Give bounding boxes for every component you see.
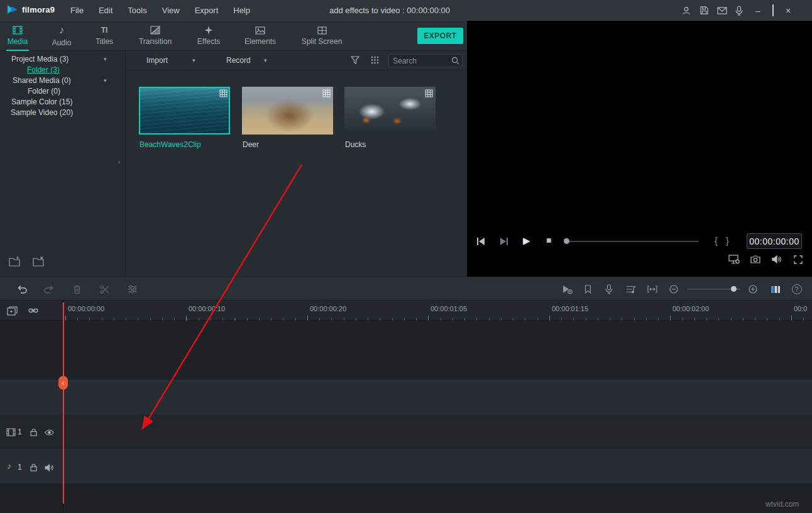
step-forward-icon[interactable]	[499, 237, 509, 246]
search-icon[interactable]	[451, 57, 459, 65]
add-to-track-icon[interactable]	[7, 306, 18, 316]
undo-icon[interactable]	[16, 277, 28, 301]
mute-speaker-icon[interactable]	[45, 464, 54, 472]
menu-view[interactable]: View	[162, 6, 180, 15]
link-clips-icon[interactable]	[28, 307, 38, 314]
media-tree-sidebar: Project Media (3) ▾ Folder (3) Shared Me…	[0, 51, 126, 277]
tab-transition[interactable]: Transition	[131, 21, 180, 51]
seek-slider[interactable]	[564, 241, 699, 242]
mark-in-icon[interactable]: {	[715, 236, 718, 246]
zoom-out-icon[interactable]	[669, 277, 678, 301]
delete-icon[interactable]	[72, 277, 81, 301]
preview-panel: ▶ ■ { } 00:00:00:00	[467, 21, 812, 277]
tab-split-screen[interactable]: Split Screen	[294, 21, 349, 51]
timeline-empty-bottom[interactable]	[0, 483, 812, 513]
menu-export[interactable]: Export	[195, 6, 219, 15]
media-thumbnail[interactable]	[242, 87, 333, 135]
snapshot-camera-icon[interactable]	[750, 255, 760, 263]
display-settings-icon[interactable]	[728, 255, 740, 264]
eye-icon[interactable]	[45, 429, 54, 436]
play-icon[interactable]: ▶	[523, 235, 530, 246]
chevron-down-icon[interactable]: ▾	[104, 54, 107, 65]
menu-help[interactable]: Help	[233, 6, 250, 15]
step-backward-icon[interactable]	[476, 237, 486, 246]
timeline-ruler[interactable]: 00:00:00:00 00:00:00:10 00:00:00:20 00:0…	[0, 301, 812, 321]
menu-tools[interactable]: Tools	[128, 6, 146, 15]
maximize-button[interactable]	[772, 5, 774, 16]
record-dropdown[interactable]: Record	[226, 51, 251, 70]
voiceover-mic-icon[interactable]	[605, 277, 613, 301]
tab-media[interactable]: Media	[4, 21, 31, 51]
close-button[interactable]: ×	[783, 6, 793, 16]
chevron-down-icon[interactable]: ▾	[264, 51, 267, 70]
chevron-down-icon[interactable]: ▾	[104, 75, 107, 86]
audio-track-row[interactable]	[0, 449, 812, 483]
lock-icon[interactable]	[30, 463, 37, 472]
mail-feedback-icon[interactable]	[717, 7, 727, 14]
frame-badge-icon	[322, 89, 331, 97]
track-manager-icon[interactable]	[770, 277, 781, 301]
zoom-slider-knob[interactable]	[731, 286, 737, 292]
search-box	[388, 54, 463, 67]
redo-icon[interactable]	[43, 277, 54, 301]
grid-view-icon[interactable]	[371, 56, 379, 64]
sidebar-item-project-media[interactable]: Project Media (3)	[11, 54, 69, 65]
ruler-label: 00:00:02:00	[672, 305, 709, 312]
media-thumbnail[interactable]	[344, 87, 436, 135]
lock-icon[interactable]	[30, 428, 37, 436]
tab-elements[interactable]: Elements	[239, 21, 282, 51]
render-preview-icon[interactable]	[561, 277, 573, 301]
add-folder-icon[interactable]	[9, 256, 21, 267]
audio-mixer-icon[interactable]	[625, 277, 636, 301]
minimize-button[interactable]: –	[753, 6, 763, 16]
menu-file[interactable]: File	[70, 6, 84, 15]
filmora-logo-icon	[6, 4, 19, 15]
timeline-empty-area[interactable]	[0, 321, 812, 380]
chevron-down-icon[interactable]: ▾	[192, 51, 195, 70]
collapse-panel-icon[interactable]: ‹	[118, 158, 121, 165]
filter-icon[interactable]	[351, 56, 359, 64]
sidebar-item-sample-video[interactable]: Sample Video (20)	[11, 108, 73, 118]
seek-slider-knob[interactable]	[564, 238, 569, 244]
import-dropdown[interactable]: Import	[146, 51, 168, 70]
ruler-label: 00:00:01:15	[552, 305, 588, 312]
fullscreen-icon[interactable]	[794, 255, 803, 264]
maximize-icon	[772, 4, 774, 16]
delete-folder-icon[interactable]	[33, 256, 45, 267]
playhead[interactable]	[63, 302, 64, 504]
video-track-row[interactable]	[0, 414, 812, 449]
tab-effects[interactable]: Effects	[189, 21, 229, 51]
account-icon[interactable]	[681, 6, 691, 16]
sidebar-item-sample-color[interactable]: Sample Color (15)	[11, 97, 72, 108]
mark-out-icon[interactable]: }	[726, 236, 729, 246]
timecode-display[interactable]: 00:00:00:00	[747, 233, 802, 249]
titlebar-icons	[681, 0, 743, 21]
frame-badge-icon	[425, 89, 433, 97]
frame-badge-icon	[219, 89, 228, 97]
marker-icon[interactable]	[584, 277, 591, 301]
sidebar-item-folder-0[interactable]: Folder (0)	[28, 86, 60, 97]
tab-label: Transition	[139, 37, 172, 46]
fit-timeline-icon[interactable]	[647, 277, 657, 301]
save-project-icon[interactable]	[700, 6, 709, 15]
menu-edit[interactable]: Edit	[99, 6, 112, 15]
media-thumbnail[interactable]	[139, 87, 230, 135]
media-clip-beachwaves[interactable]: BeachWaves2Clip	[139, 87, 230, 135]
tab-titles[interactable]: TI Titles	[91, 21, 118, 51]
sidebar-item-shared-media[interactable]: Shared Media (0)	[13, 75, 71, 86]
advanced-edit-icon[interactable]	[127, 277, 138, 301]
media-clip-deer[interactable]: Deer	[242, 87, 333, 135]
zoom-in-icon[interactable]	[748, 277, 757, 301]
split-scissors-icon[interactable]	[99, 277, 109, 301]
sidebar-item-folder-3[interactable]: Folder (3)	[27, 65, 60, 75]
tab-audio[interactable]: ♪ Audio	[48, 21, 75, 51]
stop-icon[interactable]: ■	[546, 235, 551, 245]
timeline-drop-strip[interactable]	[0, 380, 812, 414]
media-clip-ducks[interactable]: Ducks	[344, 87, 436, 135]
video-track-icon	[6, 428, 16, 436]
export-button[interactable]: EXPORT	[417, 28, 463, 44]
playhead-handle[interactable]: ‹	[58, 376, 68, 390]
volume-icon[interactable]	[772, 255, 782, 263]
mic-icon[interactable]	[735, 6, 743, 16]
help-icon[interactable]: ?	[791, 277, 802, 301]
